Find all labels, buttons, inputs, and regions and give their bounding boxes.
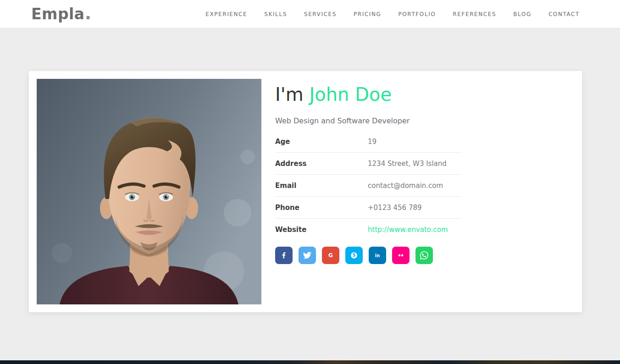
google-icon: G (327, 251, 335, 259)
profile-subtitle: Web Design and Software Developer (275, 116, 462, 125)
svg-text:G: G (328, 252, 333, 259)
detail-row-email: Email contact@domain.com (275, 175, 462, 197)
linkedin-button[interactable]: in (369, 247, 386, 264)
detail-label: Age (275, 138, 368, 146)
site-header: Empla. EXPERIENCE SKILLS SERVICES PRICIN… (0, 0, 620, 28)
svg-text:in: in (375, 253, 380, 258)
logo-dot: . (85, 3, 92, 23)
nav-item-pricing[interactable]: PRICING (354, 11, 382, 17)
nav-item-contact[interactable]: CONTACT (548, 11, 580, 17)
detail-value: contact@domain.com (368, 182, 443, 190)
facebook-icon (280, 251, 288, 259)
google-button[interactable]: G (322, 247, 339, 264)
detail-value: +0123 456 789 (368, 204, 422, 212)
social-row: G S in (275, 247, 462, 264)
website-link[interactable]: http://www.envato.com (368, 226, 448, 234)
twitter-button[interactable] (299, 247, 316, 264)
skype-icon: S (350, 251, 358, 259)
profile-photo (37, 79, 261, 304)
logo[interactable]: Empla. (31, 5, 92, 23)
whatsapp-icon (420, 251, 428, 259)
whatsapp-button[interactable] (415, 247, 433, 264)
flickr-icon (397, 251, 405, 259)
detail-label: Email (275, 182, 368, 190)
nav-item-experience[interactable]: EXPERIENCE (205, 11, 247, 17)
detail-value: 19 (368, 138, 376, 146)
logo-text: Empla (31, 5, 85, 23)
nav-item-skills[interactable]: SKILLS (264, 11, 287, 17)
detail-row-phone: Phone +0123 456 789 (275, 197, 462, 219)
detail-label: Website (275, 226, 368, 234)
heading-prefix: I'm (275, 84, 304, 105)
detail-row-age: Age 19 (275, 131, 462, 153)
skype-button[interactable]: S (345, 247, 363, 264)
main-nav: EXPERIENCE SKILLS SERVICES PRICING PORTF… (205, 11, 580, 17)
svg-text:S: S (352, 253, 355, 258)
detail-label: Address (275, 160, 368, 168)
next-section-strip (0, 360, 620, 364)
twitter-icon (303, 251, 311, 259)
facebook-button[interactable] (275, 247, 293, 264)
linkedin-icon: in (373, 251, 382, 259)
flickr-button[interactable] (392, 247, 410, 264)
profile-heading: I'm John Doe (275, 84, 462, 105)
detail-row-website: Website http://www.envato.com (275, 219, 462, 240)
nav-item-blog[interactable]: BLOG (513, 11, 531, 17)
detail-label: Phone (275, 204, 368, 212)
profile-card: I'm John Doe Web Design and Software Dev… (29, 71, 582, 312)
nav-item-references[interactable]: REFERENCES (453, 11, 496, 17)
profile-info: I'm John Doe Web Design and Software Dev… (275, 79, 462, 304)
heading-name: John Doe (309, 84, 392, 105)
detail-row-address: Address 1234 Street, W3 Island (275, 153, 462, 175)
nav-item-portfolio[interactable]: PORTFOLIO (398, 11, 436, 17)
nav-item-services[interactable]: SERVICES (304, 11, 337, 17)
detail-value: 1234 Street, W3 Island (368, 160, 447, 168)
details-table: Age 19 Address 1234 Street, W3 Island Em… (275, 131, 462, 240)
